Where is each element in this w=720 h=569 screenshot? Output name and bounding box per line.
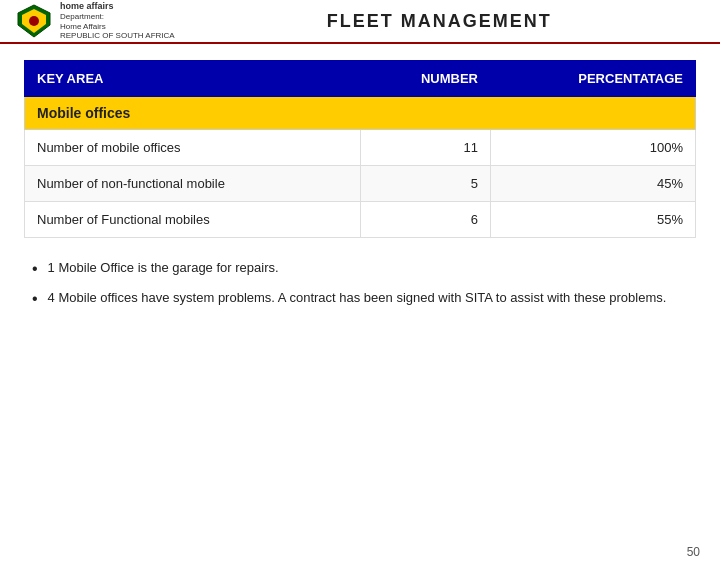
logo-area: home affairs Department: Home Affairs RE… (16, 1, 175, 41)
section-header-row: Mobile offices (25, 97, 696, 130)
page-number: 50 (687, 545, 700, 559)
row2-label: Number of non-functional mobile (25, 166, 361, 202)
page-header: home affairs Department: Home Affairs RE… (0, 0, 720, 44)
table-row: Number of mobile offices 11 100% (25, 130, 696, 166)
note-item-2: • 4 Mobile offices have system problems.… (32, 288, 688, 308)
main-content: KEY AREA NUMBER PERCENTATAGE Mobile offi… (0, 44, 720, 334)
bullet-icon-1: • (32, 259, 38, 278)
row3-label: Number of Functional mobiles (25, 202, 361, 238)
logo-text: home affairs Department: Home Affairs RE… (60, 1, 175, 41)
row2-number: 5 (361, 166, 491, 202)
row1-label: Number of mobile offices (25, 130, 361, 166)
row1-percent: 100% (491, 130, 696, 166)
page-title: FLEET MANAGEMENT (175, 11, 704, 32)
table-header-row: KEY AREA NUMBER PERCENTATAGE (25, 61, 696, 97)
svg-point-2 (29, 16, 39, 26)
note-text-2: 4 Mobile offices have system problems. A… (48, 288, 667, 308)
bullet-icon-2: • (32, 289, 38, 308)
row2-percent: 45% (491, 166, 696, 202)
logo-icon (16, 3, 52, 39)
col-percentage: PERCENTATAGE (491, 61, 696, 97)
note-item-1: • 1 Mobile Office is the garage for repa… (32, 258, 688, 278)
table-row: Number of non-functional mobile 5 45% (25, 166, 696, 202)
row3-number: 6 (361, 202, 491, 238)
note-text-1: 1 Mobile Office is the garage for repair… (48, 258, 279, 278)
col-number: NUMBER (361, 61, 491, 97)
section-label: Mobile offices (25, 97, 696, 130)
fleet-table: KEY AREA NUMBER PERCENTATAGE Mobile offi… (24, 60, 696, 238)
row1-number: 11 (361, 130, 491, 166)
table-row: Number of Functional mobiles 6 55% (25, 202, 696, 238)
row3-percent: 55% (491, 202, 696, 238)
col-key-area: KEY AREA (25, 61, 361, 97)
notes-section: • 1 Mobile Office is the garage for repa… (24, 258, 696, 308)
